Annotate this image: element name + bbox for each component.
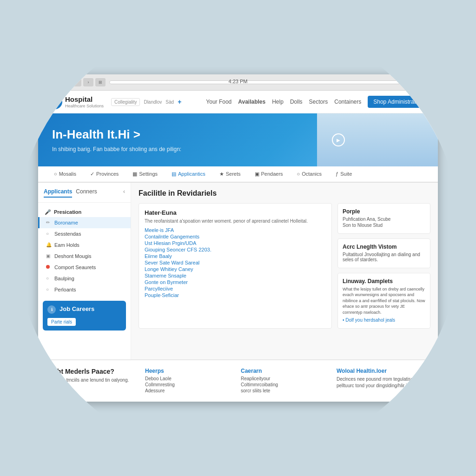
- octanics-icon: ○: [297, 171, 300, 177]
- lock-icon: 🔒: [418, 80, 424, 85]
- logo-text-group: Hospital Healthcare Solutions: [65, 95, 104, 108]
- tab-suite[interactable]: ƒ Suite: [329, 166, 358, 183]
- sidebar-item-boroname[interactable]: ✏ Boroname: [38, 217, 131, 228]
- view-button[interactable]: ⊞: [95, 78, 106, 86]
- logo-subtitle: Healthcare Solutions: [65, 104, 104, 108]
- nav-sectors[interactable]: Sectors: [309, 99, 328, 105]
- footer-woloal-text: Declnces nee pousnd rrom tegulatisctile …: [337, 376, 427, 389]
- browser-actions: ⟳ 🔒 ⬜: [412, 80, 432, 85]
- forward-button[interactable]: ›: [83, 78, 93, 86]
- main-card-link7[interactable]: Longe Whitiey Caney: [145, 266, 326, 272]
- nav-availables[interactable]: Availables: [238, 99, 265, 105]
- sidebar-section-presication: 🎤 Presication: [38, 206, 131, 217]
- header-links: Collegiality Dlandlov Sàd +: [111, 98, 181, 106]
- nav-help[interactable]: Help: [272, 99, 284, 105]
- side-card-porple-line2: Son to Nlouse Stud: [343, 223, 425, 228]
- side-card-linuway-link[interactable]: • Dolf you herdsahol jeals: [343, 317, 425, 323]
- nav-buttons: ‹ › ⊞: [71, 78, 106, 86]
- nav-containers[interactable]: Containers: [334, 99, 361, 105]
- hero-section: In-Health It.Hi > In shibing barig. Fan …: [38, 113, 438, 166]
- tab-pendaers[interactable]: ▣ Pendaers: [248, 166, 290, 183]
- main-card-link5[interactable]: Eiirne Baaly: [145, 253, 326, 259]
- main-card-desc: The reofanistant a'spoation wnter woment…: [145, 218, 326, 225]
- job-careers-icon: ℹ: [47, 305, 56, 314]
- circle-icon: ○: [46, 231, 52, 236]
- main-card-link2[interactable]: Contailntle Gangements: [145, 234, 326, 239]
- footer-section-caerarn: Caerarn Reapliceityour Coltimmrcoibating…: [241, 368, 331, 394]
- serets-icon: ★: [219, 171, 224, 177]
- footer-heerps-link2[interactable]: Collmmresting: [145, 382, 235, 387]
- content-title: Facilitle in Revidariels: [139, 189, 430, 198]
- header-link-dlandlov[interactable]: Dlandlov: [144, 99, 162, 105]
- main-card-link1[interactable]: Meele·is JFA: [145, 227, 326, 233]
- footer-main-title: Voht Mederls Paace?: [49, 368, 139, 375]
- sidebar-tab-applicants[interactable]: Applicants: [44, 188, 72, 198]
- footer-section-woloal: Woloal Healtin.loer Declnces nee pousnd …: [337, 368, 427, 394]
- main-card-link11[interactable]: Pouple·Seficiar: [145, 292, 326, 298]
- hero-content: In-Health It.Hi > In shibing barig. Fan …: [52, 127, 181, 152]
- minimize-button[interactable]: [51, 80, 56, 85]
- footer-heerps-link3[interactable]: Adessure: [145, 388, 235, 393]
- footer-caerarn-link3[interactable]: sorcr sliits lete: [241, 388, 331, 393]
- sidebar-item-eam-holds[interactable]: 🔔 Eam Holds: [38, 239, 131, 251]
- logo-area: JK Hospital Healthcare Solutions: [47, 94, 104, 109]
- tab-octanics[interactable]: ○ Octanics: [291, 166, 328, 183]
- hero-subtitle: In shibing barig. Fan babbe for sholing …: [52, 146, 181, 152]
- hero-play-button[interactable]: ▶: [332, 133, 345, 146]
- settings-icon: ▦: [132, 171, 137, 177]
- nav-dolls[interactable]: Dolls: [290, 99, 303, 105]
- footer-caerarn-link2[interactable]: Coltimmrcoibating: [241, 382, 331, 387]
- pendaers-icon: ▣: [255, 171, 259, 177]
- side-card-linuway-title: Linuway. Damplets: [343, 278, 425, 284]
- sidebar-item-perloants[interactable]: ○ Perloants: [38, 284, 131, 295]
- side-cards: Porple Puhfication Ana, Scube Son to Nlo…: [337, 203, 430, 329]
- main-card-link3[interactable]: Ust Hlesian Prgin/UDA: [145, 240, 326, 246]
- tab-serets[interactable]: ★ Serets: [213, 166, 247, 183]
- main-card-name: Hater·Euna: [145, 209, 326, 216]
- site-footer: Voht Mederls Paace? Peunds trnciils ane …: [38, 359, 438, 402]
- nav-your-food[interactable]: Your Food: [206, 99, 231, 105]
- maximize-button[interactable]: [59, 80, 64, 85]
- check-icon: ○: [46, 287, 52, 292]
- sidebar-item-comport-seaurets[interactable]: Comport Seaurets: [38, 262, 131, 273]
- job-careers-title: Job Careers: [60, 305, 94, 312]
- footer-heerps-link1[interactable]: Deboo Laole: [145, 376, 235, 381]
- main-card-link6[interactable]: Sever Sate Ward Sareal: [145, 260, 326, 265]
- reload-icon[interactable]: ⟳: [412, 80, 416, 85]
- provinces-icon: ✓: [90, 171, 94, 177]
- bell-icon: 🔔: [46, 242, 52, 247]
- back-button[interactable]: ‹: [71, 78, 81, 86]
- sidebar-collapse-button[interactable]: ‹: [123, 188, 125, 198]
- main-card-link8[interactable]: Stameme Snsaple: [145, 273, 326, 278]
- header-link-collegiality[interactable]: Collegiality: [111, 98, 140, 106]
- main-card-link10[interactable]: Parcylleciive: [145, 286, 326, 291]
- tab-applicantics[interactable]: ▤ Applicantics: [165, 166, 212, 183]
- applicantics-icon: ▤: [172, 171, 176, 177]
- close-button[interactable]: [44, 80, 49, 85]
- side-card-porple-line1: Puhfication Ana, Scube: [343, 217, 425, 222]
- footer-caerarn-link1[interactable]: Reapliceityour: [241, 376, 331, 381]
- clock-icon: ○: [46, 276, 52, 281]
- tab-mosalis[interactable]: ○ Mosalis: [47, 166, 83, 183]
- logo-icon[interactable]: JK: [47, 94, 62, 109]
- url-bar[interactable]: [109, 80, 408, 84]
- header-add-button[interactable]: +: [178, 98, 181, 106]
- traffic-lights: [44, 80, 64, 85]
- job-careers-button[interactable]: Parte rials: [47, 318, 76, 326]
- job-careers-box: ℹ Job Careers Parte rials: [43, 301, 126, 331]
- main-card-link4[interactable]: Giouping Seoncer CFS 2203.: [145, 247, 326, 252]
- sidebar-item-baulping[interactable]: ○ Baulping: [38, 273, 131, 284]
- share-icon[interactable]: ⬜: [427, 80, 432, 85]
- main-nav: Your Food Availables Help Dolls Sectors …: [206, 96, 429, 108]
- tab-settings[interactable]: ▦ Settings: [126, 166, 164, 183]
- tab-provinces[interactable]: ✓ Provinces: [84, 166, 125, 183]
- side-card-acrc-desc: Pultatituol Jnvoollajting an dialing and…: [343, 252, 425, 262]
- sidebar-tab-conners[interactable]: Conners: [76, 188, 97, 198]
- header-link-sad[interactable]: Sàd: [165, 99, 174, 105]
- sidebar-item-sesstendas[interactable]: ○ Sesstendas: [38, 228, 131, 239]
- shop-administration-button[interactable]: Shop Administration: [368, 96, 429, 108]
- main-card-link9[interactable]: Gonte on Byrmeter: [145, 279, 326, 285]
- sidebar-item-deshont-mougis[interactable]: ▣ Deshont Mougis: [38, 251, 131, 262]
- footer-main: Voht Mederls Paace? Peunds trnciils ane …: [49, 368, 139, 394]
- content-grid: Hater·Euna The reofanistant a'spoation w…: [139, 203, 430, 329]
